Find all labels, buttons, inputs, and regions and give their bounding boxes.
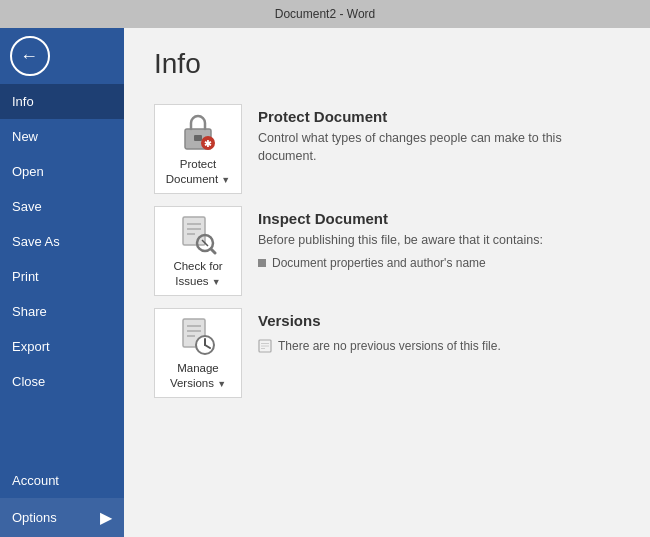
sidebar-item-share[interactable]: Share — [0, 294, 124, 329]
check-issues-label: Check forIssues ▼ — [173, 259, 222, 289]
svg-text:✱: ✱ — [204, 139, 212, 149]
page-title: Info — [154, 48, 620, 80]
protect-document-desc: Control what types of changes people can… — [258, 130, 618, 165]
versions-desc: There are no previous versions of this f… — [258, 339, 501, 353]
cursor-indicator: ▶ — [100, 508, 112, 527]
sidebar-item-save[interactable]: Save — [0, 189, 124, 224]
manage-versions-icon — [176, 315, 220, 357]
inspect-document-card: Check forIssues ▼ Inspect Document Befor… — [154, 206, 620, 296]
sidebar: ← Info New Open Save Save As Print Share… — [0, 28, 124, 537]
manage-versions-label: ManageVersions ▼ — [170, 361, 226, 391]
sidebar-item-export[interactable]: Export — [0, 329, 124, 364]
sidebar-item-new[interactable]: New — [0, 119, 124, 154]
protect-document-label: ProtectDocument ▼ — [166, 157, 231, 187]
inspect-document-text: Inspect Document Before publishing this … — [258, 206, 543, 270]
versions-card: ManageVersions ▼ Versions There are no p… — [154, 308, 620, 398]
bullet-icon — [258, 259, 266, 267]
title-bar: Document2 - Word — [0, 0, 650, 28]
sidebar-item-close[interactable]: Close — [0, 364, 124, 399]
sidebar-item-options[interactable]: Options ▶ — [0, 498, 124, 537]
back-button[interactable]: ← — [10, 36, 50, 76]
sidebar-item-open[interactable]: Open — [0, 154, 124, 189]
sidebar-item-account[interactable]: Account — [0, 463, 124, 498]
inspect-document-desc: Before publishing this file, be aware th… — [258, 232, 543, 250]
content-area: Info ✱ ProtectDocument ▼ — [124, 28, 650, 537]
sidebar-item-save-as[interactable]: Save As — [0, 224, 124, 259]
svg-rect-1 — [194, 135, 202, 141]
versions-text: Versions There are no previous versions … — [258, 308, 501, 357]
main-layout: ← Info New Open Save Save As Print Share… — [0, 28, 650, 537]
protect-document-icon: ✱ — [176, 111, 220, 153]
protect-document-title: Protect Document — [258, 108, 618, 125]
back-arrow-icon: ← — [20, 47, 38, 65]
svg-line-9 — [211, 249, 215, 253]
versions-title: Versions — [258, 312, 501, 329]
nav-spacer — [0, 399, 124, 463]
sidebar-item-print[interactable]: Print — [0, 259, 124, 294]
inspect-list-item: Document properties and author's name — [258, 256, 543, 270]
manage-versions-button[interactable]: ManageVersions ▼ — [154, 308, 242, 398]
title-bar-text: Document2 - Word — [275, 7, 375, 21]
protect-document-card: ✱ ProtectDocument ▼ Protect Document Con… — [154, 104, 620, 194]
svg-rect-4 — [183, 217, 205, 245]
protect-document-text: Protect Document Control what types of c… — [258, 104, 618, 165]
inspect-document-title: Inspect Document — [258, 210, 543, 227]
versions-page-icon — [258, 339, 272, 353]
check-issues-button[interactable]: Check forIssues ▼ — [154, 206, 242, 296]
check-issues-icon — [176, 213, 220, 255]
protect-document-button[interactable]: ✱ ProtectDocument ▼ — [154, 104, 242, 194]
inspect-document-list: Document properties and author's name — [258, 256, 543, 270]
sidebar-item-info[interactable]: Info — [0, 84, 124, 119]
